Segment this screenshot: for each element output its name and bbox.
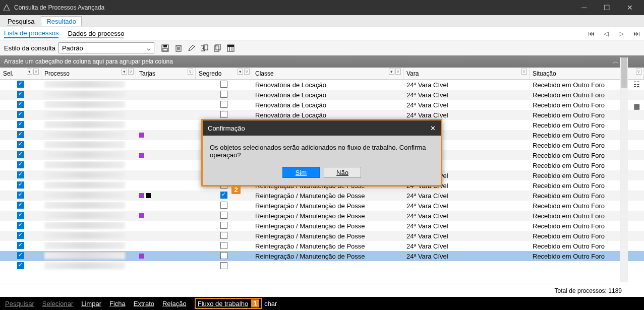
- processo-redacted: [44, 222, 125, 229]
- edit-icon[interactable]: [187, 43, 197, 53]
- row-select-checkbox[interactable]: [17, 101, 24, 108]
- processo-redacted: [44, 202, 125, 209]
- table-row[interactable]: Renovatória de Locação24ª Vara CívelRece…: [0, 110, 644, 120]
- menu-fechar[interactable]: char: [264, 300, 277, 307]
- maximize-button[interactable]: ☐: [596, 0, 618, 15]
- consulta-label: Estilo da consulta: [4, 44, 55, 52]
- columns-icon[interactable]: [226, 43, 236, 53]
- table-row[interactable]: Reintegração / Manutenção de Posse24ª Va…: [0, 251, 644, 261]
- processo-redacted: [44, 252, 125, 259]
- segredo-checkbox[interactable]: [220, 212, 227, 219]
- row-select-checkbox[interactable]: [17, 252, 24, 259]
- row-select-checkbox[interactable]: [17, 141, 24, 148]
- export-icon[interactable]: [200, 43, 210, 53]
- cell-vara: 24ª Vara Cível: [403, 91, 530, 99]
- cell-vara: 24ª Vara Cível: [403, 232, 530, 240]
- tarja-badge: [139, 254, 144, 259]
- prev-record-icon[interactable]: ◁: [600, 29, 613, 39]
- segredo-checkbox[interactable]: [220, 101, 227, 108]
- filter-toolbar: Estilo da consulta Padrão ⌵: [0, 40, 644, 55]
- menu-fluxo[interactable]: Fluxo de trabalho: [198, 300, 248, 307]
- menu-pesquisar[interactable]: Pesquisar: [5, 300, 34, 307]
- processo-redacted: [44, 101, 125, 108]
- processo-redacted: [44, 161, 125, 168]
- menu-limpar[interactable]: Limpar: [81, 300, 101, 307]
- segredo-checkbox[interactable]: [220, 202, 227, 209]
- table-row[interactable]: Reintegração / Manutenção de Posse24ª Va…: [0, 231, 644, 241]
- col-sel[interactable]: Sel.▾▿: [0, 68, 41, 79]
- subtab-lista[interactable]: Lista de processos: [4, 29, 58, 38]
- segredo-checkbox[interactable]: [220, 242, 227, 249]
- row-select-checkbox[interactable]: [17, 81, 24, 88]
- menu-relacao[interactable]: Relação: [162, 300, 187, 307]
- delete-icon[interactable]: [173, 43, 184, 53]
- dialog-no-button[interactable]: Não: [324, 167, 361, 178]
- row-select-checkbox[interactable]: [17, 121, 24, 128]
- minimize-button[interactable]: ─: [573, 0, 596, 15]
- table-row[interactable]: Renovatória de Locação24ª Vara CívelRece…: [0, 90, 644, 100]
- table-row[interactable]: Reintegração / Manutenção de Posse24ª Va…: [0, 191, 644, 201]
- processo-redacted: [44, 192, 125, 199]
- row-select-checkbox[interactable]: [17, 262, 24, 269]
- row-select-checkbox[interactable]: [17, 212, 24, 219]
- segredo-checkbox[interactable]: [220, 262, 227, 269]
- row-select-checkbox[interactable]: [17, 232, 24, 239]
- table-row[interactable]: [0, 261, 644, 271]
- col-classe[interactable]: Classe▾▿: [252, 68, 403, 79]
- col-tarjas[interactable]: Tarjas▿: [136, 68, 196, 79]
- processo-redacted: [44, 111, 125, 118]
- table-row[interactable]: Reintegração / Manutenção de Posse24ª Va…: [0, 221, 644, 231]
- cell-vara: 24ª Vara Cível: [403, 242, 530, 250]
- app-icon: [3, 4, 10, 11]
- segredo-checkbox[interactable]: [220, 91, 227, 98]
- collapse-icon[interactable]: ︿: [613, 57, 619, 66]
- cell-classe: Reintegração / Manutenção de Posse: [252, 192, 403, 200]
- copy-icon[interactable]: [213, 43, 223, 53]
- dialog-close-icon[interactable]: ✕: [430, 125, 436, 132]
- row-select-checkbox[interactable]: [17, 111, 24, 118]
- segredo-checkbox[interactable]: [220, 192, 227, 199]
- table-row[interactable]: Renovatória de Locação24ª Vara CívelRece…: [0, 100, 644, 110]
- row-select-checkbox[interactable]: [17, 181, 24, 189]
- subtab-dados[interactable]: Dados do processo: [68, 30, 124, 38]
- row-select-checkbox[interactable]: [17, 222, 24, 229]
- table-row[interactable]: Reintegração / Manutenção de Posse24ª Va…: [0, 201, 644, 211]
- segredo-checkbox[interactable]: [220, 81, 227, 88]
- next-record-icon[interactable]: ▷: [615, 29, 628, 39]
- first-record-icon[interactable]: ⏮: [584, 29, 598, 39]
- menu-extrato[interactable]: Extrato: [134, 300, 154, 307]
- tab-resultado[interactable]: Resultado: [41, 16, 82, 26]
- menu-ficha[interactable]: Ficha: [109, 300, 126, 307]
- row-select-checkbox[interactable]: [17, 192, 24, 199]
- segredo-checkbox[interactable]: [220, 111, 227, 118]
- table-row[interactable]: Reintegração / Manutenção de Posse24ª Va…: [0, 241, 644, 251]
- tab-pesquisa[interactable]: Pesquisa: [2, 16, 40, 26]
- row-select-checkbox[interactable]: [17, 151, 24, 158]
- menu-selecionar[interactable]: Selecionar: [42, 300, 73, 307]
- close-button[interactable]: ✕: [618, 0, 641, 15]
- row-select-checkbox[interactable]: [17, 131, 24, 138]
- table-row[interactable]: Reintegração / Manutenção de Posse24ª Va…: [0, 211, 644, 221]
- segredo-checkbox[interactable]: [220, 222, 227, 229]
- group-hint-bar[interactable]: Arraste um cabeçalho de coluna aqui para…: [0, 55, 644, 68]
- table-row[interactable]: Renovatória de Locação24ª Vara CívelRece…: [0, 80, 644, 90]
- col-vara[interactable]: Vara▿: [403, 68, 530, 79]
- segredo-checkbox[interactable]: [220, 232, 227, 239]
- row-select-checkbox[interactable]: [17, 91, 24, 98]
- segredo-checkbox[interactable]: [220, 252, 227, 259]
- col-segredo[interactable]: Segredo▾▿: [196, 68, 252, 79]
- row-select-checkbox[interactable]: [17, 242, 24, 249]
- row-select-checkbox[interactable]: [17, 171, 24, 178]
- col-processo[interactable]: Processo▾▿: [41, 68, 136, 79]
- dialog-yes-button[interactable]: Sim: [282, 167, 320, 178]
- dialog-message: Os objetos selecionados serão adicionado…: [210, 144, 434, 159]
- vertical-scrollbar[interactable]: [620, 57, 628, 282]
- svg-rect-10: [214, 46, 219, 51]
- row-select-checkbox[interactable]: [17, 202, 24, 209]
- cell-classe: Reintegração / Manutenção de Posse: [252, 242, 403, 250]
- last-record-icon[interactable]: ⏭: [630, 29, 643, 39]
- row-select-checkbox[interactable]: [17, 161, 24, 168]
- save-icon[interactable]: [160, 43, 170, 53]
- consulta-combo[interactable]: Padrão ⌵: [58, 42, 154, 53]
- dialog-title: Confirmação: [208, 125, 245, 132]
